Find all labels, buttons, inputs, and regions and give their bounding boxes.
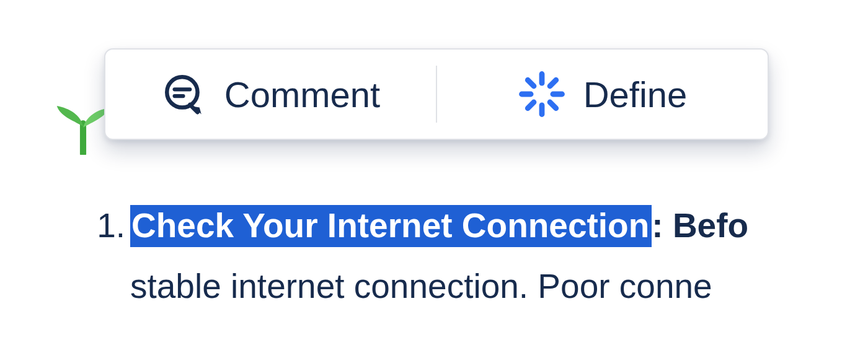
define-button-label: Define [583, 74, 688, 115]
define-button[interactable]: Define [437, 50, 768, 139]
list-number: 1. [77, 196, 130, 256]
comment-button-label: Comment [224, 74, 380, 115]
ordered-list: 1.Check Your Internet Connection: Befo s… [77, 196, 748, 317]
list-item-bold-tail: : Befo [652, 206, 748, 245]
svg-point-0 [167, 77, 197, 107]
comment-button[interactable]: Comment [105, 50, 436, 139]
list-item-continuation: stable internet connection. Poor conne [77, 256, 748, 317]
selection-popover: Comment Define [104, 48, 769, 140]
comment-icon [161, 71, 207, 117]
svg-line-8 [550, 102, 556, 108]
list-item[interactable]: 1.Check Your Internet Connection: Befo [77, 196, 748, 256]
sprout-decoration [55, 98, 112, 155]
selected-text[interactable]: Check Your Internet Connection [130, 205, 652, 247]
svg-line-9 [550, 80, 556, 86]
svg-line-10 [528, 102, 534, 108]
svg-line-7 [528, 80, 534, 86]
sparkle-icon [518, 70, 566, 118]
